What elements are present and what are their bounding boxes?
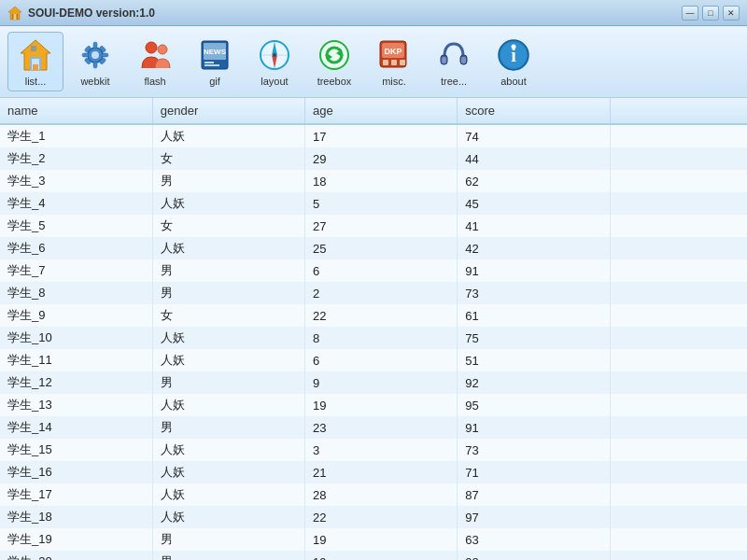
table-cell: 学生_3 [0, 170, 152, 192]
toolbar-label-gif: gif [209, 76, 220, 87]
table-cell: 男 [152, 282, 304, 304]
table-cell: 95 [458, 394, 610, 416]
table-cell: 学生_5 [0, 215, 152, 237]
table-cell: 学生_15 [0, 439, 152, 461]
column-header-name[interactable]: name [0, 98, 152, 124]
table-cell: 22 [305, 506, 458, 528]
minimize-button[interactable]: — [682, 6, 698, 21]
info-icon: i [495, 36, 532, 74]
svg-rect-10 [93, 42, 97, 49]
table-cell: 91 [458, 259, 610, 282]
table-row[interactable]: 学生_6人妖2542 [0, 237, 747, 259]
table-row[interactable]: 学生_3男1862 [0, 170, 747, 192]
table-cell: 男 [152, 170, 304, 192]
table-row[interactable]: 学生_5女2741 [0, 215, 747, 237]
toolbar-label-flash: flash [144, 76, 165, 87]
table-cell: 44 [458, 147, 610, 170]
table-row[interactable]: 学生_2女2944 [0, 147, 747, 170]
table-cell: 学生_8 [0, 282, 152, 304]
toolbar-label-about: about [500, 76, 527, 87]
table-cell [610, 371, 747, 394]
toolbar-item-flash[interactable]: flash [127, 33, 183, 91]
news-icon: NEWS [196, 36, 233, 74]
table-row[interactable]: 学生_7男691 [0, 259, 747, 282]
table-cell [610, 215, 747, 237]
table-cell: 学生_18 [0, 506, 152, 528]
table-row[interactable]: 学生_10人妖875 [0, 327, 747, 349]
svg-rect-12 [82, 53, 89, 57]
table-row[interactable]: 学生_17人妖2887 [0, 483, 747, 506]
table-header-row: name gender age score [0, 98, 747, 124]
table-cell: 人妖 [152, 237, 304, 259]
svg-rect-24 [204, 64, 219, 66]
table-cell: 25 [305, 237, 458, 259]
table-row[interactable]: 学生_9女2261 [0, 304, 747, 327]
table-row[interactable]: 学生_18人妖2297 [0, 506, 747, 528]
table-cell: 人妖 [152, 506, 304, 528]
table-cell: 学生_10 [0, 327, 152, 349]
table-cell: 61 [458, 304, 610, 327]
column-header-gender[interactable]: gender [152, 98, 304, 124]
toolbar-item-misc[interactable]: DKP misc. [366, 33, 422, 91]
people-icon [136, 36, 174, 74]
table-cell: 女 [152, 304, 304, 327]
table-row[interactable]: 学生_16人妖2171 [0, 461, 747, 483]
column-header-extra[interactable] [610, 98, 747, 124]
toolbar-label-misc: misc. [382, 76, 406, 87]
table-row[interactable]: 学生_4人妖545 [0, 192, 747, 215]
toolbar-label-layout: layout [261, 76, 288, 87]
table-row[interactable]: 学生_15人妖373 [0, 439, 747, 461]
maximize-button[interactable]: □ [702, 6, 719, 21]
table-cell: 27 [305, 215, 458, 237]
table-row[interactable]: 学生_12男992 [0, 371, 747, 394]
table-cell: 学生_7 [0, 259, 152, 282]
toolbar-item-layout[interactable]: layout [247, 33, 303, 91]
table-cell: 73 [458, 282, 610, 304]
column-header-score[interactable]: score [458, 98, 610, 124]
svg-point-31 [320, 41, 348, 69]
table-row[interactable]: 学生_14男2391 [0, 416, 747, 439]
table-cell: 71 [458, 461, 610, 483]
table-cell [610, 416, 747, 439]
table-cell: 19 [305, 394, 458, 416]
table-cell [610, 304, 747, 327]
table-cell: 人妖 [152, 439, 304, 461]
toolbar-item-tree[interactable]: tree... [426, 33, 482, 91]
svg-rect-38 [391, 60, 397, 65]
table-cell: 51 [458, 349, 610, 371]
table-cell: 学生_12 [0, 371, 152, 394]
table-cell: 男 [152, 416, 304, 439]
table-row[interactable]: 学生_11人妖651 [0, 349, 747, 371]
table-cell: 62 [458, 170, 610, 192]
table-cell: 6 [305, 259, 458, 282]
table-cell: 学生_16 [0, 461, 152, 483]
gear-icon [77, 36, 114, 74]
table-row[interactable]: 学生_1人妖1774 [0, 124, 747, 147]
svg-point-47 [512, 45, 516, 49]
column-header-age[interactable]: age [305, 98, 458, 124]
toolbar-item-list[interactable]: list... [7, 32, 63, 91]
table-cell: 人妖 [152, 192, 304, 215]
table-cell [610, 551, 747, 560]
svg-rect-7 [31, 46, 36, 51]
table-row[interactable]: 学生_13人妖1995 [0, 394, 747, 416]
toolbar-item-gif[interactable]: NEWS gif [187, 33, 243, 91]
table-row[interactable]: 学生_19男1963 [0, 528, 747, 551]
table-cell: 女 [152, 147, 304, 170]
toolbar-item-about[interactable]: i about [486, 33, 542, 91]
toolbar-item-treebox[interactable]: treebox [306, 33, 362, 91]
table-row[interactable]: 学生_20男1998 [0, 551, 747, 560]
window-controls[interactable]: — □ ✕ [682, 6, 740, 21]
table-container[interactable]: name gender age score 学生_1人妖1774学生_2女294… [0, 98, 747, 560]
table-cell: 学生_11 [0, 349, 152, 371]
table-cell: 学生_6 [0, 237, 152, 259]
table-row[interactable]: 学生_8男273 [0, 282, 747, 304]
table-cell: 75 [458, 327, 610, 349]
close-button[interactable]: ✕ [723, 6, 740, 21]
table-cell [610, 394, 747, 416]
toolbar-item-webkit[interactable]: webkit [67, 33, 123, 91]
table-cell: 学生_19 [0, 528, 152, 551]
table-cell: 73 [458, 439, 610, 461]
table-cell: 29 [305, 147, 458, 170]
table-cell: 19 [305, 551, 458, 560]
